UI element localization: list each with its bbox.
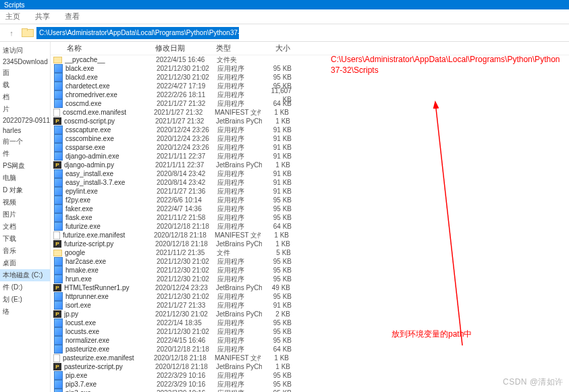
file-row[interactable]: easy_install-3.7.exe2020/8/14 23:42应用程序9… [51,178,569,187]
sidebar-item[interactable]: 速访问 [0,45,50,57]
file-row[interactable]: cssparse.exe2020/12/24 23:26应用程序91 KB [51,143,569,152]
file-row[interactable]: pip3.exe2022/3/29 10:16应用程序95 KB [51,389,569,392]
file-row[interactable]: django-admin.py2021/1/11 22:37JetBrains … [51,161,569,169]
sidebar-item[interactable]: PS网盘 [0,160,50,172]
sidebar-item[interactable]: D 对象 [0,184,50,196]
file-date: 2021/1/27 21:32 [155,117,216,125]
file-row[interactable]: coscmd.exe2021/1/27 21:32应用程序64 KB [51,99,569,108]
file-row[interactable]: pip3.7.exe2022/3/29 10:16应用程序95 KB [51,380,569,389]
menu-view[interactable]: 查看 [62,10,82,23]
file-row[interactable]: csscapture.exe2020/12/24 23:26应用程序91 KB [51,125,569,134]
file-row[interactable]: pasteurize.exe.manifest2020/12/18 21:18M… [51,354,569,362]
sidebar-item[interactable]: 档 [0,91,50,103]
file-row[interactable]: normalizer.exe2022/4/15 16:46应用程序95 KB [51,336,569,345]
file-date: 2022/1/4 18:35 [157,318,217,327]
sidebar-item[interactable]: 划 (E:) [0,293,50,306]
file-row[interactable]: hrun.exe2021/12/30 21:02应用程序95 KB [51,275,569,283]
file-row[interactable]: easy_install.exe2020/8/14 23:42应用程序91 KB [51,169,569,178]
file-size: 64 KB [263,99,293,108]
file-size: 95 KB [263,292,293,301]
file-type: 文件夹 [217,55,263,64]
file-name: faker.exe [65,204,157,213]
file-row[interactable]: locust.exe2022/1/4 18:35应用程序95 KB [51,318,569,327]
file-name: __pycache__ [65,55,156,64]
annotation-env-hint: 放到环境变量的path中 [391,329,472,340]
file-size: 1 KB [261,354,290,362]
column-header-type[interactable]: 类型 [216,43,262,53]
file-size: 91 KB [263,301,293,310]
file-name: csscombine.exe [65,134,157,143]
exe-icon [53,126,63,134]
address-input[interactable]: C:\Users\Administrator\AppData\Local\Pro… [36,27,239,39]
sidebar-item[interactable]: 载 [0,79,50,91]
menu-share[interactable]: 共享 [32,10,53,23]
file-row[interactable]: futurize-script.py2020/12/18 21:18JetBra… [51,240,569,248]
file-type: 应用程序 [217,196,263,204]
file-size: 95 KB [263,266,293,275]
sidebar-item[interactable]: harles [0,125,50,136]
file-row[interactable]: google2021/11/2 21:35文件5 KB [51,248,569,257]
exe-icon [53,267,63,275]
file-type: 应用程序 [217,380,263,389]
file-row[interactable]: HTMLTestRunner1.py2020/12/24 23:23JetBra… [51,283,569,292]
sidebar-item[interactable]: 络 [0,306,50,318]
file-name: pasteurize-script.py [64,362,155,371]
nav-up-icon[interactable]: ↑ [5,27,18,39]
py-icon [53,284,61,291]
sidebar-item[interactable]: 件 [0,148,50,160]
exe-icon [53,135,63,143]
file-date: 2022/4/15 16:46 [157,336,217,345]
file-row[interactable]: csscombine.exe2020/12/24 23:26应用程序91 KB [51,134,569,143]
file-row[interactable]: chromedriver.exe2022/2/26 18:11应用程序11,60… [51,90,569,99]
file-row[interactable]: pasteurize.exe2020/12/18 21:18应用程序64 KB [51,345,569,354]
sidebar-item[interactable]: 件 (D:) [0,281,50,293]
sidebar-item[interactable]: 视频 [0,196,50,208]
file-type: 应用程序 [217,257,263,266]
sidebar-item[interactable]: 2345Download [0,57,50,67]
file-row[interactable]: har2case.exe2021/12/30 21:02应用程序95 KB [51,257,569,266]
file-date: 2020/12/24 23:23 [155,283,216,292]
file-row[interactable]: flask.exe2021/11/2 21:58应用程序95 KB [51,213,569,222]
file-row[interactable]: f2py.exe2022/6/6 10:14应用程序95 KB [51,196,569,204]
sidebar-item[interactable]: 桌面 [0,257,50,269]
sidebar-item[interactable]: 片 [0,103,50,115]
column-header-name[interactable]: 名称 [51,43,155,53]
file-row[interactable]: hmake.exe2021/12/30 21:02应用程序95 KB [51,266,569,275]
column-header-date[interactable]: 修改日期 [155,43,216,53]
column-header-size[interactable]: 大小 [262,43,292,53]
sidebar-item[interactable]: 文档 [0,221,50,233]
file-row[interactable]: locusts.exe2021/12/30 21:02应用程序95 KB [51,327,569,336]
file-row[interactable]: pasteurize-script.py2020/12/18 21:18JetB… [51,362,569,371]
sidebar-item[interactable]: 音乐 [0,245,50,257]
file-type: 应用程序 [217,169,263,178]
file-name: coscmd.exe.manifest [63,108,154,117]
file-row[interactable]: httprunner.exe2021/12/30 21:02应用程序95 KB [51,292,569,301]
window-title: Scripts [4,1,25,9]
sidebar-item[interactable]: 本地磁盘 (C:) [0,269,50,281]
file-row[interactable]: coscmd-script.py2021/1/27 21:32JetBrains… [51,117,569,125]
sidebar-item[interactable]: 20220729-091116 [0,115,50,125]
main-area: 速访问2345Download面载档片20220729-091116harles… [0,42,569,392]
sidebar-item[interactable]: 面 [0,67,50,79]
file-row[interactable]: chardetect.exe2022/4/27 17:19应用程序95 KB [51,82,569,90]
sidebar-item[interactable]: 图片 [0,208,50,221]
file-row[interactable]: futurize.exe.manifest2020/12/18 21:18MAN… [51,231,569,240]
sidebar-item[interactable]: 电脑 [0,172,50,184]
file-row[interactable]: django-admin.exe2021/1/11 22:37应用程序91 KB [51,152,569,161]
file-row[interactable]: epylint.exe2021/1/27 21:36应用程序91 KB [51,187,569,196]
menu-home[interactable]: 主页 [3,10,23,23]
file-row[interactable]: pip.exe2022/3/29 10:16应用程序95 KB [51,371,569,380]
file-row[interactable]: isort.exe2021/1/27 21:33应用程序91 KB [51,301,569,310]
file-row[interactable]: faker.exe2022/4/7 14:36应用程序95 KB [51,204,569,213]
py-icon [53,240,61,248]
file-type: JetBrains PyChar... [216,117,262,125]
file-date: 2022/6/6 10:14 [157,196,217,204]
file-date: 2021/1/11 22:37 [155,161,216,169]
file-row[interactable]: jp.py2021/12/30 21:02JetBrains PyChar...… [51,310,569,318]
file-row[interactable]: futurize.exe2020/12/18 21:18应用程序64 KB [51,222,569,231]
file-date: 2022/4/15 16:46 [156,55,217,64]
file-row[interactable]: coscmd.exe.manifest2021/1/27 21:32MANIFE… [51,108,569,117]
sidebar-item[interactable]: 前一个 [0,136,50,148]
exe-icon [53,372,63,380]
sidebar-item[interactable]: 下载 [0,233,50,245]
